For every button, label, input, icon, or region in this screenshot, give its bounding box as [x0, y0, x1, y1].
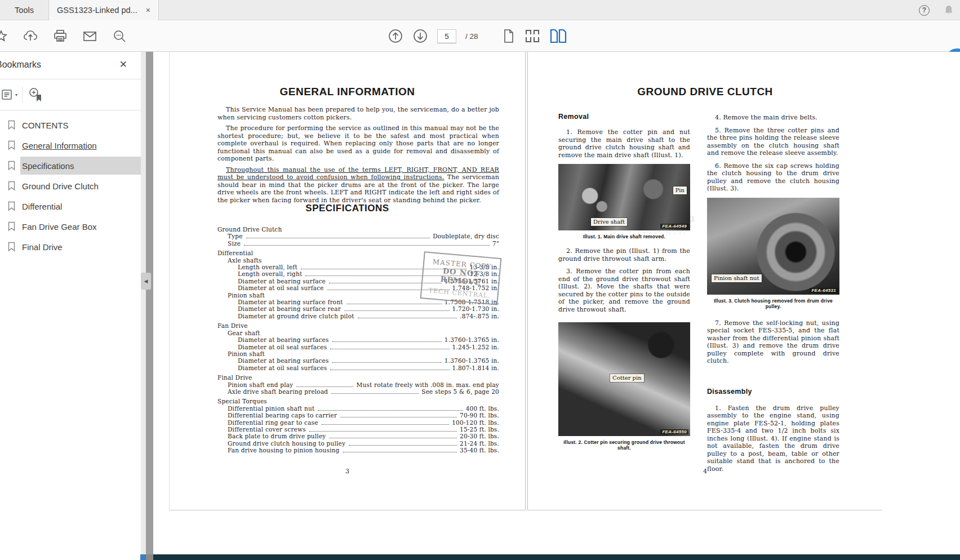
tab-tools[interactable]: Tools [0, 0, 48, 20]
document-page-3: GENERAL INFORMATION This Service Manual … [169, 52, 526, 510]
bookmark-item-final-drive[interactable]: Final Drive [0, 237, 141, 257]
spec-list: Ground Drive ClutchTypeDoubleplate, dry … [217, 223, 499, 454]
bottom-bar-blue-segment [140, 554, 146, 560]
bookmark-item-contents[interactable]: CONTENTS [0, 115, 141, 135]
specifications-title: SPECIFICATIONS [170, 203, 525, 214]
spec-line: Back plate to drum drive pulley20-30 ft.… [217, 433, 499, 439]
bookmark-ribbon-icon [7, 161, 16, 171]
close-tab-icon[interactable]: × [144, 6, 153, 14]
spec-line: Diameter at oil seal surfaces1.807-1.814… [217, 365, 499, 371]
page-number: 3 [170, 468, 525, 475]
spec-line: Pinion shaft [217, 292, 499, 299]
bottom-bar-dark-segment [153, 554, 960, 560]
bookmarks-list: CONTENTS General Information Specificati… [0, 110, 141, 257]
spec-line: Ground drive clutch housing to pulley21-… [217, 440, 499, 447]
spec-line: Diameter at bearing surfaces1.3760-1.376… [217, 336, 499, 343]
bookmark-options-icon[interactable]: ▾ [1, 88, 17, 101]
step: 1. Remove the cotter pin and nut securin… [558, 128, 690, 159]
help-icon[interactable]: ? [919, 5, 930, 16]
spec-line: Length overall, left13-3/8 in. [217, 264, 499, 270]
bookmarks-panel: Bookmarks ✕ ▾ [0, 52, 141, 554]
illustration-2-caption: Illust. 2. Cotter pin securing ground dr… [558, 439, 690, 451]
spec-line: Diameter at bearing surface rear1.720-1.… [217, 305, 499, 312]
page-4-right-column: 4. Remove the main drive belts. 5. Remov… [707, 52, 839, 478]
panel-gutter [141, 52, 146, 554]
spec-line: Axle drive shaft bearing preloadSee step… [217, 388, 499, 395]
step: 7. Remove the self-locking nut, using sp… [707, 319, 839, 365]
illustration-2-photo: Cotter pin FEA-64550 [558, 322, 690, 436]
bookmark-item-differential[interactable]: Differential [0, 196, 141, 216]
general-information-title: GENERAL INFORMATION [170, 86, 525, 98]
bookmark-label: General Information [22, 141, 97, 150]
star-favorites-icon[interactable] [0, 29, 8, 43]
paragraph: This Service Manual has been prepared to… [217, 106, 499, 121]
bookmarks-toolbar: ▾ [0, 79, 141, 110]
step: 2. Remove the pin (Illust. 1) from the g… [558, 247, 690, 263]
photo-label: Pinion shaft nut [712, 274, 762, 282]
tab-bar: Tools GSS1323-Linked pd... × ? [0, 0, 960, 20]
bookmark-label: Specifications [22, 161, 74, 171]
spec-line: Gear shaft [217, 330, 499, 336]
collapse-panel-icon[interactable]: ◀ [141, 273, 151, 290]
photo-label: Pin [673, 186, 687, 194]
spec-line: Axle shafts [217, 257, 499, 264]
tab-tools-label: Tools [15, 6, 34, 15]
page-number-input[interactable] [437, 29, 456, 43]
tabbar-right: ? [919, 0, 954, 20]
spec-line: Diameter at oil seal surface1.748-1.752 … [217, 285, 499, 291]
close-bookmarks-icon[interactable]: ✕ [119, 59, 127, 70]
spec-line: Size7" [217, 240, 499, 247]
search-icon[interactable] [112, 29, 127, 43]
spec-line: Differential cover screws15-25 ft. lbs. [217, 426, 499, 433]
bookmark-item-specifications[interactable]: Specifications [0, 155, 141, 176]
bottom-edge-bar [0, 554, 960, 560]
spec-line: Final Drive [217, 374, 499, 381]
photo-label: Drive shaft [591, 218, 627, 226]
spec-line: Differential [217, 250, 499, 256]
tab-document[interactable]: GSS1323-Linked pd... × [48, 0, 159, 20]
page-count-label: / 28 [465, 32, 478, 41]
email-icon[interactable] [82, 29, 97, 44]
bookmark-item-ground-drive-clutch[interactable]: Ground Drive Clutch [0, 176, 141, 196]
previous-page-icon[interactable] [388, 28, 403, 44]
step: 3. Remove the cotter pin from each end o… [558, 268, 690, 313]
spec-line: Pinion shaft [217, 350, 499, 357]
panel-divider[interactable] [146, 52, 153, 554]
paragraph: Throughout this manual the use of the te… [217, 166, 499, 205]
new-bookmark-icon[interactable] [28, 87, 43, 103]
spec-line: Length overall, right12-3/8 in. [217, 270, 499, 277]
step: 4. Remove the main drive belts. [707, 114, 839, 122]
paragraph: The procedure for performing the service… [217, 125, 499, 163]
print-icon[interactable] [53, 29, 68, 43]
bookmark-ribbon-icon [7, 181, 16, 191]
spec-line: Special Torques [217, 398, 499, 405]
two-page-view-icon[interactable] [549, 29, 567, 43]
notifications-bell-icon[interactable] [943, 5, 954, 16]
bookmark-label: Differential [22, 202, 62, 211]
page-4-left-column: Removal 1. Remove the cotter pin and nut… [558, 52, 690, 456]
bookmark-ribbon-icon [7, 120, 16, 130]
removal-heading: Removal [558, 113, 690, 121]
illustration-1-photo: Pin Drive shaft FEA-64549 [558, 164, 690, 230]
step: 5. Remove the three cotter pins and the … [707, 127, 839, 157]
document-viewer[interactable]: GENERAL INFORMATION This Service Manual … [153, 52, 960, 549]
bookmark-label: Fan Drive Gear Box [22, 222, 97, 232]
scrolling-page-view-icon[interactable] [525, 29, 540, 43]
tab-document-label: GSS1323-Linked pd... [57, 6, 137, 15]
bookmark-ribbon-icon [7, 221, 16, 232]
bookmark-label: Ground Drive Clutch [22, 181, 99, 191]
main-toolbar: / 28 [0, 20, 960, 52]
spec-line: Diameter at bearing surface1.5755-1.5761… [217, 278, 499, 285]
pdf-reader-window: Tools GSS1323-Linked pd... × ? [0, 0, 960, 560]
bookmark-item-general-information[interactable]: General Information [0, 135, 141, 155]
single-page-view-icon[interactable] [502, 29, 515, 43]
next-page-icon[interactable] [412, 28, 428, 44]
step: 1. Fasten the drum drive pulley assembly… [707, 405, 839, 473]
spec-line: TypeDoubleplate, dry disc [217, 233, 499, 239]
cloud-upload-icon[interactable] [23, 28, 38, 44]
spec-line: Differential ring gear to case100-120 ft… [217, 419, 499, 426]
disassembly-heading: Disassembly [707, 388, 839, 395]
bottom-bar-gray-segment [146, 554, 153, 560]
bookmark-item-fan-drive-gear-box[interactable]: Fan Drive Gear Box [0, 216, 141, 237]
photo-code: FEA-64550 [660, 429, 688, 434]
